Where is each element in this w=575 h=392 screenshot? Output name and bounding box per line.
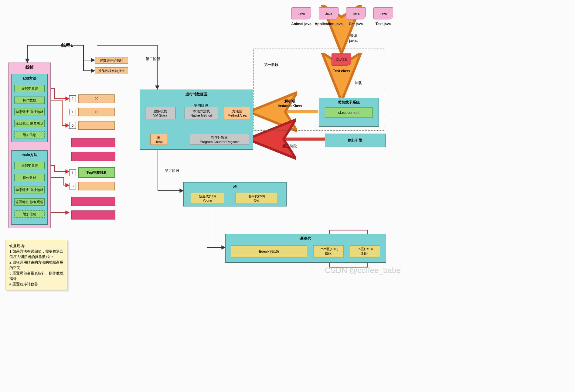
add-row-2: 动态链接 直接地址 — [14, 108, 45, 115]
mag-4 — [71, 210, 115, 220]
main-row-2: 动态链接 直接地址 — [14, 186, 45, 193]
mag-2 — [71, 152, 115, 161]
stage5-label: 第五阶段 — [165, 168, 179, 173]
java-file-2: .java — [346, 7, 366, 19]
pcr-box: 程序计数器Program Counter Register — [190, 134, 249, 145]
main-row-0: 局部变量表 — [14, 162, 45, 169]
heap-box: 堆Heap — [150, 134, 167, 145]
class-file: Test.class — [331, 69, 352, 73]
add-row-1: 操作数栈 — [14, 97, 45, 104]
add-row-3: 返回地址 恢复现场 — [14, 120, 45, 127]
add-val-0 — [78, 121, 115, 130]
add-val-1: 10 — [78, 108, 115, 116]
add-val-2: 20 — [78, 94, 115, 103]
method-area: 方法区Method Area — [224, 107, 250, 119]
main-idx-0: 0 — [69, 183, 76, 189]
stage1-label: 第一阶段 — [264, 62, 279, 67]
java-name-3: Test.java — [371, 22, 395, 26]
class-tag: CLASS — [332, 53, 351, 66]
java-name-0: Animal.java — [288, 22, 314, 26]
java-file-0: .java — [291, 7, 311, 19]
vm-stack: 虚拟机栈VM Stack — [145, 107, 175, 119]
thread-label: 线程1 — [61, 43, 73, 48]
to-s1: To区(1/10)S1区 — [350, 245, 380, 257]
add-idx-2: 2 — [69, 95, 76, 102]
add-idx-1: 1 — [69, 109, 76, 115]
note: 恢复现场: 1.如果方法有返回值，需要将返回值压入调用者的操作数栈中 2.回收调… — [5, 240, 68, 290]
heap-young: 新生代(1/3)Young — [191, 193, 224, 203]
watermark: CSDN @coffee_babe — [325, 266, 401, 275]
add-idx-0: 0 — [69, 122, 76, 129]
main-val-0 — [78, 182, 115, 190]
stage2-label: 第二阶段 — [146, 56, 160, 62]
main-row-4: 附加信息 — [14, 210, 45, 218]
add-row-0: 局部变量表 — [14, 85, 45, 92]
mag-3 — [71, 197, 115, 206]
java-file-1: .java — [319, 7, 339, 19]
java-name-2: Cat.java — [344, 22, 368, 26]
stage3-label: 第三阶段 — [282, 144, 297, 149]
add-row-4: 附加信息 — [14, 131, 45, 138]
load-label: 加载 — [355, 80, 362, 86]
class-content: class content — [325, 107, 373, 118]
ptr1: 局部表开始指针 — [95, 57, 128, 64]
main-idx-1: 1 — [69, 169, 76, 176]
parse-label: 解析成 InstanceKlass — [272, 99, 308, 108]
compile-label: 编译 javac — [349, 33, 358, 43]
eden: Eden区(8/10) — [231, 245, 307, 257]
java-file-3: .java — [373, 7, 393, 19]
exec-engine: 执行引擎 — [325, 134, 386, 147]
main-row-3: 返回地址 恢复现场 — [14, 198, 45, 206]
main-row-1: 操作数栈 — [14, 174, 45, 181]
mag-1 — [71, 138, 115, 147]
native-method: 本地方法栈Native Method — [185, 107, 218, 119]
from-s0: From区(1/10)S0区 — [313, 245, 344, 257]
main-val-1: Test完整对象 — [78, 167, 115, 178]
ptr2: 操作数栈当前指针 — [95, 67, 128, 74]
java-name-1: Application.java — [314, 22, 343, 26]
heap-old: 老年代(2/3)Old — [235, 193, 278, 203]
